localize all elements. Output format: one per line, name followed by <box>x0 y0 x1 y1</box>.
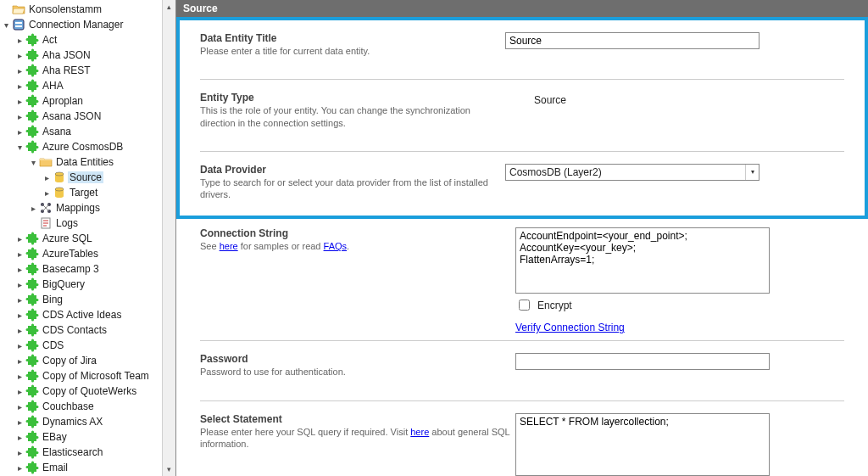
svg-point-9 <box>55 194 64 198</box>
tree-connection-item[interactable]: Act <box>41 34 58 46</box>
collapse-icon[interactable]: ▾ <box>0 20 12 30</box>
conn-string-input[interactable] <box>515 227 770 294</box>
conn-help-link[interactable]: here <box>220 241 238 251</box>
expand-icon[interactable]: ▸ <box>41 188 53 198</box>
puzzle-icon <box>25 400 39 413</box>
tree-connection-item[interactable]: Asana <box>41 126 73 137</box>
expand-icon[interactable]: ▸ <box>27 204 39 213</box>
expand-icon[interactable]: ▸ <box>14 295 25 305</box>
tree-connection-item[interactable]: Asana JSON <box>41 110 103 122</box>
puzzle-icon <box>25 94 39 108</box>
tree-connection-item[interactable]: Email <box>41 462 70 473</box>
puzzle-icon <box>25 262 39 276</box>
puzzle-icon <box>25 109 39 123</box>
expand-icon[interactable]: ▸ <box>14 36 25 45</box>
tree-connection-item[interactable]: Aproplan <box>41 95 85 107</box>
expand-icon[interactable]: ▸ <box>14 356 25 366</box>
tree-conn-manager[interactable]: Connection Manager <box>27 19 125 31</box>
tree-connection-item[interactable]: Azure CosmosDB <box>41 141 125 153</box>
tree-connection-item[interactable]: Elasticsearch <box>41 446 104 458</box>
tree-connection-item[interactable]: Aha JSON <box>41 49 92 61</box>
expand-icon[interactable]: ▸ <box>14 265 25 274</box>
expand-icon[interactable]: ▸ <box>14 387 25 396</box>
expand-icon[interactable]: ▸ <box>14 280 25 289</box>
folder-icon <box>12 3 25 16</box>
tree-connection-item[interactable]: AHA <box>41 80 65 92</box>
puzzle-icon <box>25 430 39 444</box>
tree-mappings[interactable]: Mappings <box>54 202 102 214</box>
tree-connection-item[interactable]: Dynamics AX <box>41 416 104 428</box>
field-desc-entity-type: This is the role of your entity. You can… <box>200 104 505 129</box>
tree-connection-item[interactable]: Basecamp 3 <box>41 263 101 275</box>
tree-connection-item[interactable]: CDS Active Ideas <box>41 309 123 321</box>
puzzle-icon <box>25 339 39 352</box>
tree-connection-item[interactable]: EBay <box>41 431 69 443</box>
encrypt-checkbox[interactable] <box>519 300 530 311</box>
tree-connection-item[interactable]: Bing <box>41 294 64 305</box>
expand-icon[interactable]: ▸ <box>14 433 25 442</box>
tree-connection-item[interactable]: Copy of Microsoft Team <box>41 370 151 382</box>
mappings-icon <box>39 201 53 215</box>
select-input[interactable] <box>515 413 770 476</box>
svg-rect-0 <box>14 20 24 30</box>
expand-icon[interactable]: ▸ <box>14 66 25 76</box>
expand-icon[interactable]: ▸ <box>14 448 25 457</box>
entity-title-input[interactable] <box>505 32 760 49</box>
field-desc-entity-title: Please enter a title for current data en… <box>200 45 505 57</box>
expand-icon[interactable]: ▸ <box>14 234 25 244</box>
conn-faq-link[interactable]: FAQs <box>324 241 348 251</box>
tree-data-entities[interactable]: Data Entities <box>54 156 115 168</box>
puzzle-icon <box>25 140 39 154</box>
expand-icon[interactable]: ▸ <box>14 112 25 121</box>
expand-icon[interactable]: ▸ <box>14 127 25 137</box>
expand-icon[interactable]: ▸ <box>14 97 25 106</box>
sidebar-scrollbar[interactable]: ▴ ▾ <box>162 0 175 476</box>
tree-logs[interactable]: Logs <box>54 217 80 229</box>
scroll-down-icon[interactable]: ▾ <box>163 462 175 476</box>
puzzle-icon <box>25 125 39 138</box>
expand-icon[interactable]: ▸ <box>14 249 25 259</box>
expand-icon[interactable]: ▸ <box>14 372 25 381</box>
puzzle-icon <box>25 384 39 398</box>
password-input[interactable] <box>515 353 770 370</box>
collapse-icon[interactable]: ▾ <box>27 158 39 167</box>
collapse-icon[interactable]: ▾ <box>14 143 25 152</box>
tree-connection-item[interactable]: Azure SQL <box>41 232 94 244</box>
cylinder-icon <box>53 171 66 184</box>
expand-icon[interactable]: ▸ <box>14 81 25 91</box>
tree-connection-item[interactable]: CDS <box>41 339 65 351</box>
expand-icon[interactable]: ▸ <box>14 341 25 350</box>
puzzle-icon <box>25 323 39 337</box>
select-help-link[interactable]: here <box>410 427 429 437</box>
expand-icon[interactable]: ▸ <box>14 463 25 473</box>
puzzle-icon <box>25 277 39 291</box>
tree-entity-source[interactable]: Source <box>68 171 103 183</box>
tree-connection-item[interactable]: BigQuery <box>41 278 86 290</box>
cylinder-icon <box>53 186 66 199</box>
tree-connection-item[interactable]: AzureTables <box>41 248 100 260</box>
panel-header: Source <box>176 0 868 17</box>
sidebar: Konsolenstamm▾Connection Manager▸Act▸Aha… <box>0 0 176 476</box>
tree-entity-target[interactable]: Target <box>68 187 99 199</box>
expand-icon[interactable]: ▸ <box>14 311 25 320</box>
provider-value: CosmosDB (Layer2) <box>506 166 745 178</box>
tree-connection-item[interactable]: Copy of QuoteWerks <box>41 385 138 397</box>
form-area: Data Entity Title Please enter a title f… <box>176 17 868 476</box>
tree-root-label[interactable]: Konsolenstamm <box>27 3 103 15</box>
tree-connection-item[interactable]: Copy of Jira <box>41 355 98 367</box>
puzzle-icon <box>25 293 39 306</box>
chevron-down-icon[interactable]: ▾ <box>745 165 759 180</box>
tree-connection-item[interactable]: CDS Contacts <box>41 324 108 336</box>
expand-icon[interactable]: ▸ <box>14 417 25 427</box>
provider-combobox[interactable]: CosmosDB (Layer2) ▾ <box>505 164 760 181</box>
expand-icon[interactable]: ▸ <box>41 173 53 182</box>
field-desc-select: Please enter here your SQL query if requ… <box>200 426 515 451</box>
expand-icon[interactable]: ▸ <box>14 402 25 412</box>
expand-icon[interactable]: ▸ <box>14 326 25 335</box>
tree-connection-item[interactable]: Couchbase <box>41 400 96 412</box>
logs-icon <box>39 216 53 230</box>
expand-icon[interactable]: ▸ <box>14 51 25 60</box>
tree-connection-item[interactable]: Aha REST <box>41 64 92 76</box>
verify-conn-link[interactable]: Verify Connection String <box>515 322 844 333</box>
scroll-up-icon[interactable]: ▴ <box>163 0 175 14</box>
